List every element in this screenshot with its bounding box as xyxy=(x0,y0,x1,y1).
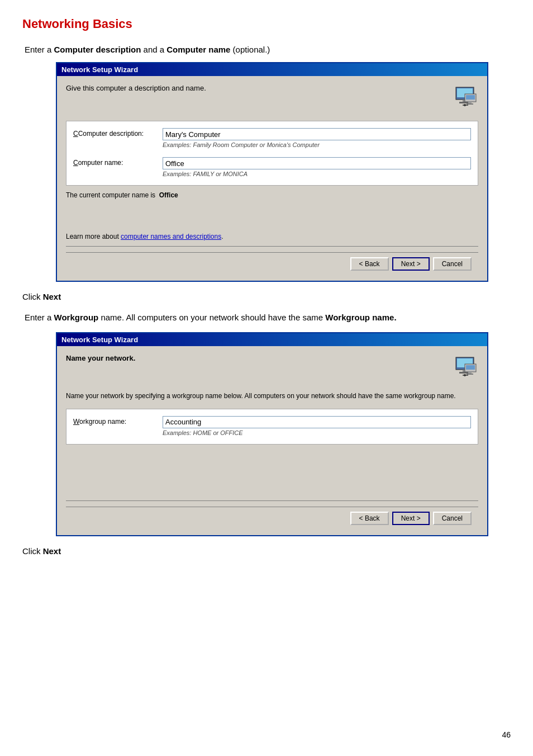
workgroup-name-hint: Examples: HOME or OFFICE xyxy=(163,429,471,436)
wizard2-cancel-button[interactable]: Cancel xyxy=(433,512,472,525)
computer-description-input[interactable] xyxy=(163,128,471,140)
wizard2-header-text: Name your network. xyxy=(66,354,135,362)
wizard1-titlebar: Network Setup Wizard xyxy=(57,63,487,76)
svg-rect-15 xyxy=(466,365,475,370)
wizard1-dialog: Network Setup Wizard Give this computer … xyxy=(56,62,488,282)
wizard1-back-button[interactable]: < Back xyxy=(350,257,389,271)
wizard1-header-section: Give this computer a description and nam… xyxy=(66,84,478,111)
svg-rect-17 xyxy=(467,374,473,375)
computer-description-label: CComputer description: xyxy=(73,128,163,138)
click-next-2: Click Next xyxy=(22,546,511,556)
wizard2-separator xyxy=(66,500,478,501)
wizard2-description: Name your network by specifying a workgr… xyxy=(66,391,478,401)
learn-more-link[interactable]: computer names and descriptions xyxy=(121,233,221,240)
computer-name-input[interactable] xyxy=(163,157,471,169)
computer-description-field-group: Examples: Family Room Computer or Monica… xyxy=(163,128,471,148)
wizard2-form-section: Workgroup name: Examples: HOME or OFFICE xyxy=(66,409,478,445)
wizard2-footer: < Back Next > Cancel xyxy=(66,507,478,530)
wizard1-separator xyxy=(66,246,478,247)
section1-intro: Enter a Computer description and a Compu… xyxy=(22,45,511,54)
click-next-1: Click Next xyxy=(22,292,511,301)
svg-rect-6 xyxy=(468,102,472,103)
wizard1-body: Give this computer a description and nam… xyxy=(57,76,487,281)
workgroup-name-input[interactable] xyxy=(163,416,471,428)
wizard1-header-text: Give this computer a description and nam… xyxy=(66,84,206,92)
current-name-text: The current computer name is Office xyxy=(66,191,478,199)
computer-name-field-group: Examples: FAMILY or MONICA xyxy=(163,157,471,177)
svg-point-19 xyxy=(464,374,466,376)
network-icon xyxy=(451,84,478,111)
computer-description-hint: Examples: Family Room Computer or Monica… xyxy=(163,141,471,148)
network-icon-svg xyxy=(451,84,478,111)
wizard2-header-section: Name your network. xyxy=(66,354,478,381)
section2-intro: Enter a Workgroup name. All computers on… xyxy=(22,311,511,324)
computer-description-row: CComputer description: Examples: Family … xyxy=(73,126,471,150)
wizard2-back-button[interactable]: < Back xyxy=(350,512,389,525)
wizard1-cancel-button[interactable]: Cancel xyxy=(433,257,472,271)
wizard2-titlebar: Network Setup Wizard xyxy=(57,333,487,346)
wizard2-body: Name your network. Name your xyxy=(57,346,487,535)
svg-rect-7 xyxy=(467,103,473,105)
network-icon-svg-2 xyxy=(451,354,478,381)
computer-name-label: Computer name: xyxy=(73,157,163,167)
svg-rect-16 xyxy=(468,372,472,374)
wizard1-footer: < Back Next > Cancel xyxy=(66,252,478,275)
workgroup-name-row: Workgroup name: Examples: HOME or OFFICE xyxy=(73,414,471,438)
computer-name-row: Computer name: Examples: FAMILY or MONIC… xyxy=(73,155,471,179)
workgroup-name-field-group: Examples: HOME or OFFICE xyxy=(163,416,471,436)
svg-point-9 xyxy=(464,104,466,106)
computer-name-hint: Examples: FAMILY or MONICA xyxy=(163,171,471,177)
workgroup-name-label: Workgroup name: xyxy=(73,416,163,426)
wizard2-dialog: Network Setup Wizard Name your network. xyxy=(56,332,488,536)
wizard2-next-button[interactable]: Next > xyxy=(392,512,430,525)
wizard1-next-button[interactable]: Next > xyxy=(392,257,430,271)
page-number: 46 xyxy=(502,730,511,739)
learn-more-text: Learn more about computer names and desc… xyxy=(66,233,478,240)
wizard1-form-section: CComputer description: Examples: Family … xyxy=(66,121,478,186)
svg-rect-5 xyxy=(466,95,475,100)
page-title: Networking Basics xyxy=(22,17,511,31)
network-icon-2 xyxy=(451,354,478,381)
